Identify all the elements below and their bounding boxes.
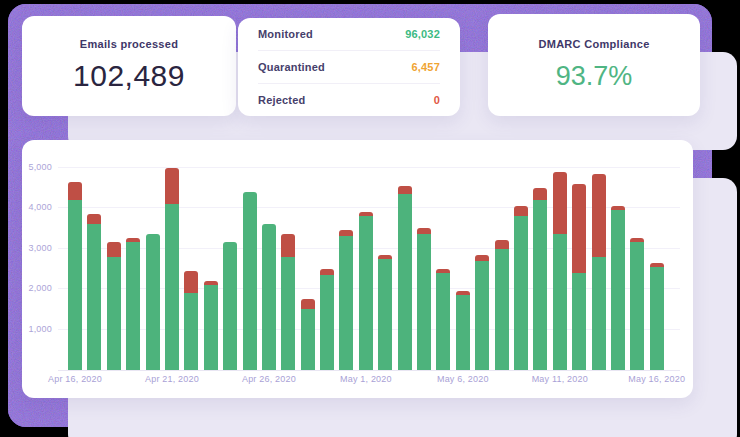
stacked-bar <box>320 269 334 370</box>
bar-group: Apr 21, 2020 <box>165 140 179 370</box>
monitored-segment <box>68 200 82 370</box>
quarantined-segment <box>165 168 179 204</box>
emails-processed-card: Emails processed 102,489 <box>22 16 236 116</box>
bar-group: May 1, 2020 <box>359 140 373 370</box>
monitored-segment <box>436 273 450 370</box>
bar-group <box>475 140 489 370</box>
quarantined-label: Quarantined <box>258 61 325 73</box>
stacked-bar <box>262 224 276 370</box>
chart-bars: Apr 16, 2020Apr 21, 2020Apr 26, 2020May … <box>68 140 664 370</box>
y-axis-tick-label: 2,000 <box>22 283 52 293</box>
stacked-bar <box>495 240 509 370</box>
chart-x-axis-line <box>58 370 680 371</box>
bar-group <box>630 140 644 370</box>
email-volume-chart-card: 1,0002,0003,0004,0005,000 Apr 16, 2020Ap… <box>22 140 693 398</box>
quarantined-segment <box>533 188 547 200</box>
dmarc-compliance-card: DMARC Compliance 93.7% <box>488 14 700 116</box>
monitored-segment <box>398 194 412 370</box>
stacked-bar <box>184 271 198 370</box>
monitored-segment <box>339 236 353 370</box>
monitored-segment <box>262 224 276 370</box>
monitored-segment <box>572 273 586 370</box>
monitored-segment <box>87 224 101 370</box>
stacked-bar <box>359 212 373 370</box>
emails-processed-value: 102,489 <box>22 59 236 93</box>
rejected-value: 0 <box>434 94 440 106</box>
monitored-segment <box>126 242 140 370</box>
bar-group <box>378 140 392 370</box>
x-axis-tick-label: Apr 16, 2020 <box>48 374 102 384</box>
quarantined-segment <box>68 182 82 200</box>
mail-stats-card: Monitored 96,032 Quarantined 6,457 Rejec… <box>238 18 460 116</box>
bar-group <box>301 140 315 370</box>
monitored-value: 96,032 <box>405 28 440 40</box>
monitored-segment <box>514 216 528 370</box>
quarantined-segment <box>572 184 586 273</box>
stacked-bar <box>126 238 140 370</box>
bar-group <box>611 140 625 370</box>
quarantined-segment <box>301 299 315 309</box>
quarantined-value: 6,457 <box>411 61 440 73</box>
y-axis-tick-label: 4,000 <box>22 202 52 212</box>
monitored-segment <box>184 293 198 370</box>
stacked-bar <box>281 234 295 370</box>
quarantined-segment <box>514 206 528 216</box>
stacked-bar <box>223 242 237 370</box>
bar-group: Apr 26, 2020 <box>262 140 276 370</box>
stacked-bar <box>533 188 547 370</box>
x-axis-tick-label: Apr 21, 2020 <box>145 374 199 384</box>
monitored-segment <box>320 275 334 370</box>
stacked-bar <box>611 206 625 370</box>
bar-group <box>146 140 160 370</box>
monitored-segment <box>650 267 664 370</box>
monitored-segment <box>204 285 218 370</box>
bar-group: May 6, 2020 <box>456 140 470 370</box>
quarantined-segment <box>495 240 509 248</box>
x-axis-tick-label: May 11, 2020 <box>532 374 588 384</box>
bar-group <box>126 140 140 370</box>
x-axis-tick-label: May 6, 2020 <box>437 374 489 384</box>
stacked-bar <box>398 186 412 370</box>
stacked-bar <box>68 182 82 370</box>
monitored-segment <box>359 216 373 370</box>
stacked-bar <box>417 228 431 370</box>
bar-group <box>339 140 353 370</box>
stat-row-monitored: Monitored 96,032 <box>258 18 440 50</box>
stacked-bar <box>378 255 392 370</box>
monitored-segment <box>146 234 160 370</box>
monitored-segment <box>553 234 567 370</box>
monitored-segment <box>281 257 295 370</box>
monitored-segment <box>456 295 470 370</box>
y-axis-tick-label: 1,000 <box>22 324 52 334</box>
bar-group <box>281 140 295 370</box>
monitored-segment <box>611 210 625 370</box>
stat-row-rejected: Rejected 0 <box>258 83 440 116</box>
monitored-segment <box>630 242 644 370</box>
bar-group: May 11, 2020 <box>553 140 567 370</box>
quarantined-segment <box>87 214 101 224</box>
quarantined-segment <box>184 271 198 293</box>
quarantined-segment <box>592 174 606 257</box>
quarantined-segment <box>398 186 412 194</box>
x-axis-tick-label: Apr 26, 2020 <box>242 374 296 384</box>
x-axis-tick-label: May 16, 2020 <box>628 374 685 384</box>
stacked-bar <box>243 192 257 370</box>
y-axis-tick-label: 5,000 <box>22 162 52 172</box>
y-axis-tick-label: 3,000 <box>22 243 52 253</box>
bar-group <box>572 140 586 370</box>
quarantined-segment <box>553 172 567 235</box>
bar-group <box>514 140 528 370</box>
bar-group <box>417 140 431 370</box>
bar-group <box>533 140 547 370</box>
stacked-bar <box>456 291 470 370</box>
stacked-bar <box>146 234 160 370</box>
stacked-bar <box>592 174 606 370</box>
stacked-bar <box>572 184 586 370</box>
monitored-segment <box>592 257 606 370</box>
stat-row-quarantined: Quarantined 6,457 <box>258 50 440 83</box>
bar-group: May 16, 2020 <box>650 140 664 370</box>
stacked-bar <box>514 206 528 370</box>
stacked-bar-chart: 1,0002,0003,0004,0005,000 Apr 16, 2020Ap… <box>22 140 693 398</box>
stacked-bar <box>630 238 644 370</box>
monitored-segment <box>243 192 257 370</box>
